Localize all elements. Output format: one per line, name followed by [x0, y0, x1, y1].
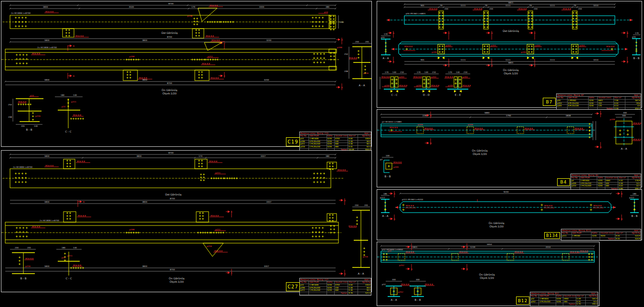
- b4-marker-a-bottom: A: [595, 142, 602, 149]
- svg-text:173: 173: [199, 155, 202, 157]
- svg-text:M16 8.8: M16 8.8: [580, 250, 588, 252]
- section-label: A - A: [621, 147, 627, 150]
- svg-text:p205: p205: [432, 51, 437, 53]
- c19-section-cc: 180140 p211 M16 8.8 p14 C - C: [55, 94, 84, 133]
- svg-text:M16 8.8: M16 8.8: [575, 127, 583, 130]
- svg-text:p209: p209: [610, 118, 615, 121]
- svg-text:M16 8.8: M16 8.8: [606, 45, 614, 48]
- svg-text:M16 8.8: M16 8.8: [525, 127, 533, 130]
- view-scale: Ölçek:1/20: [504, 72, 518, 75]
- svg-text:140: 140: [73, 94, 77, 96]
- svg-text:M16 8.8: M16 8.8: [338, 169, 346, 171]
- b134-marker-a-top: A: [389, 191, 395, 197]
- svg-text:p205: p205: [384, 84, 390, 87]
- svg-text:1801: 1801: [412, 246, 418, 248]
- section-label: B - B: [26, 128, 32, 131]
- svg-text:p2: p2: [380, 158, 383, 161]
- svg-text:p14: p14: [62, 105, 65, 108]
- beam-designation: 2x HE180B L=8700: [40, 219, 59, 222]
- b134-marker-b-top: B: [616, 191, 623, 197]
- view-title-front: Ön Görünüş: [503, 68, 519, 72]
- svg-text:1010: 1010: [593, 59, 599, 61]
- svg-text:254: 254: [344, 53, 348, 55]
- svg-text:M16 8.8: M16 8.8: [424, 127, 433, 130]
- svg-text:8700: 8700: [170, 197, 175, 200]
- svg-text:p211: p211: [71, 101, 76, 103]
- b134-marker-b-bottom: B: [616, 215, 623, 221]
- svg-text:170: 170: [191, 6, 195, 8]
- svg-text:140: 140: [424, 71, 428, 73]
- svg-text:140: 140: [456, 71, 460, 73]
- svg-text:170: 170: [385, 71, 389, 73]
- svg-text:1800: 1800: [44, 79, 50, 81]
- c27-section-bb: 204201 M16 8.8 p216 B - B: [10, 246, 36, 280]
- svg-text:210: 210: [400, 71, 404, 73]
- svg-text:1800: 1800: [44, 201, 50, 203]
- svg-text:3800: 3800: [142, 201, 148, 203]
- svg-text:M16 8.8: M16 8.8: [209, 160, 217, 163]
- svg-text:B: B: [466, 246, 468, 248]
- svg-text:p14: p14: [324, 11, 328, 13]
- b7-tag: B7: [543, 98, 556, 106]
- b7-front-view: M16 8.8 M16 8.8 p204 p204 p204 p204 p205…: [391, 42, 628, 59]
- svg-text:380: 380: [326, 155, 329, 157]
- beam-designation: 2x HE180B L=8700: [11, 12, 31, 14]
- svg-text:3300: 3300: [259, 6, 264, 8]
- svg-text:A: A: [600, 146, 602, 148]
- svg-text:140: 140: [34, 125, 38, 127]
- svg-text:M16 8.8: M16 8.8: [445, 76, 453, 78]
- c27-top-view: 2x HE180B L=8700 M16 8.8 M16 8.8 M16 8.8…: [2, 159, 348, 188]
- section-label: D - D: [423, 93, 430, 96]
- svg-text:M16 8.8: M16 8.8: [211, 215, 219, 217]
- c27-marker-a-top: A: [339, 198, 346, 205]
- b4-front-view: p2 HE160A L=5880 M16 8.8 M16 8.8p209 M16…: [377, 121, 596, 140]
- c27-section-cc: 180140 p211 M16 8.8 p14 C - C: [56, 246, 84, 280]
- svg-text:1808: 1808: [566, 114, 571, 117]
- c19-dims-mid: 8700 180038003200: [10, 36, 337, 43]
- b134-dims-top: 9200: [400, 191, 612, 194]
- b7-drawing: 6801 901791111791111791111791010 p55 IPE…: [377, 1, 642, 107]
- b134-tag: B134: [544, 232, 560, 239]
- svg-text:201: 201: [364, 204, 368, 206]
- svg-text:B: B: [83, 201, 84, 203]
- svg-text:B: B: [627, 61, 628, 63]
- svg-text:3800: 3800: [142, 265, 148, 267]
- svg-text:M16 8.8: M16 8.8: [459, 251, 467, 253]
- b12-dims-top: 5950 180112492034: [380, 243, 595, 250]
- svg-text:E: E: [534, 64, 536, 67]
- b12-marker-b-top: B: [461, 243, 468, 250]
- svg-text:M16 8.8: M16 8.8: [206, 35, 214, 37]
- section-label: E - E: [455, 93, 461, 96]
- svg-text:M16 8.8: M16 8.8: [404, 45, 412, 48]
- c19-front-view: 2x HE180B L=8700 M16 8.8 p198 p211 M16 8…: [1, 39, 342, 81]
- svg-text:A: A: [600, 113, 602, 115]
- svg-text:p209: p209: [468, 123, 473, 126]
- svg-text:E: E: [534, 32, 536, 34]
- b134-section-bb: 180 p111 B - B: [629, 193, 639, 217]
- svg-text:p14: p14: [30, 94, 34, 97]
- section-label: A - A: [359, 84, 365, 87]
- svg-text:B: B: [621, 218, 623, 220]
- svg-text:M16 8.8: M16 8.8: [78, 215, 86, 217]
- c19-marker-a-top: A: [336, 38, 343, 44]
- svg-text:A: A: [393, 61, 394, 63]
- svg-text:M16 8.8: M16 8.8: [431, 84, 439, 87]
- svg-text:p55: p55: [381, 36, 385, 39]
- view-title-front: Ön Görünüş: [489, 221, 505, 225]
- svg-text:1800: 1800: [44, 39, 50, 41]
- svg-text:p111: p111: [380, 196, 385, 199]
- view-title-top: Üst Görünüş: [161, 31, 178, 35]
- svg-text:M16 8.8: M16 8.8: [475, 127, 483, 130]
- svg-text:p211: p211: [215, 172, 221, 174]
- svg-text:1111: 1111: [550, 59, 555, 61]
- svg-text:C: C: [231, 272, 232, 274]
- section-label: B - B: [20, 277, 26, 280]
- svg-text:201: 201: [21, 125, 25, 127]
- svg-text:5880: 5880: [485, 112, 490, 114]
- svg-text:901: 901: [421, 59, 424, 61]
- svg-text:180: 180: [383, 193, 387, 195]
- svg-text:M16 8.8: M16 8.8: [463, 84, 471, 87]
- svg-text:D: D: [491, 64, 493, 67]
- view-title-front: Ön Görünüş: [169, 276, 185, 280]
- c27-material-list: Malzeme Listesi Montaj: C27Adet 1Poz NoA…: [299, 278, 371, 296]
